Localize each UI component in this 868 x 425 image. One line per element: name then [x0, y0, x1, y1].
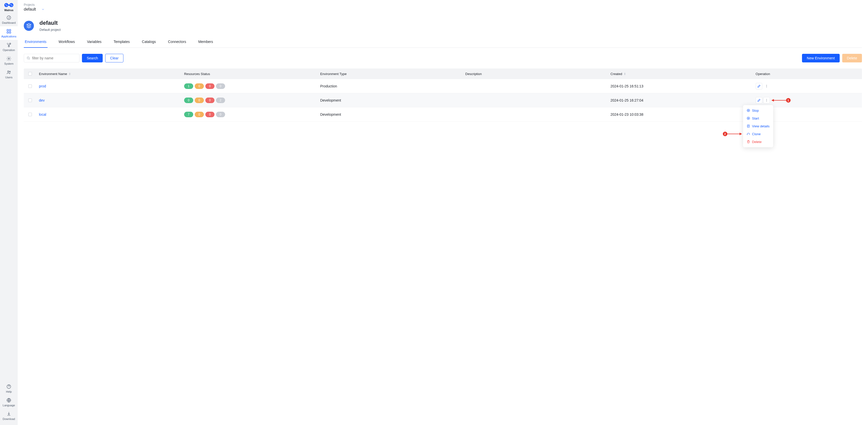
sidebar-item-language[interactable]: Language: [0, 395, 18, 409]
play-icon: [747, 117, 750, 120]
col-description: Description: [463, 72, 608, 76]
badge-ready: 0: [184, 98, 193, 103]
environment-link[interactable]: dev: [39, 98, 45, 102]
page-title: default: [39, 20, 61, 26]
svg-rect-1: [7, 30, 9, 31]
environment-link[interactable]: local: [39, 112, 46, 117]
delete-button[interactable]: Delete: [842, 54, 862, 62]
sort-icon: ▲▼: [624, 72, 626, 75]
svg-point-16: [766, 87, 767, 88]
col-resources: Resources Status: [182, 72, 318, 76]
row-actions-menu: Stop Start View details Clone Delete: [743, 105, 773, 147]
cell-created: 2024-01-25 16:27:04: [608, 98, 753, 102]
badge-error: 0: [205, 84, 214, 89]
edit-button[interactable]: [756, 97, 762, 104]
clear-button[interactable]: Clear: [105, 54, 123, 62]
cloud-icon: [747, 132, 750, 136]
edit-button[interactable]: [756, 83, 762, 90]
col-created[interactable]: Created ▲▼: [608, 72, 753, 76]
sidebar-item-download[interactable]: Download: [0, 409, 18, 422]
breadcrumb[interactable]: Projects: [24, 0, 862, 7]
brand-name: Walrus: [4, 9, 13, 12]
gear-icon: [6, 56, 11, 61]
tab-workflows[interactable]: Workflows: [58, 40, 76, 48]
menu-start[interactable]: Start: [743, 115, 773, 122]
status-badges: 1 0 0 0: [184, 84, 225, 89]
sidebar-item-help[interactable]: Help: [0, 382, 18, 395]
stop-icon: [747, 109, 750, 112]
toolbar: Search Clear New Environment Delete: [24, 54, 862, 62]
badge-ready: 7: [184, 112, 193, 117]
badge-idle: 0: [216, 112, 225, 117]
sidebar-item-users[interactable]: Users: [0, 67, 18, 81]
tab-connectors[interactable]: Connectors: [167, 40, 187, 48]
svg-point-15: [766, 86, 767, 87]
menu-view-details[interactable]: View details: [743, 122, 773, 130]
users-icon: [6, 70, 11, 75]
download-icon: [6, 411, 11, 416]
row-checkbox[interactable]: [28, 85, 32, 88]
col-name[interactable]: Environment Name ▲▼: [36, 72, 182, 76]
globe-icon: [6, 398, 11, 403]
filter-input-wrap[interactable]: [24, 54, 80, 62]
project-header: default Default project: [24, 20, 862, 32]
tab-bar: Environments Workflows Variables Templat…: [24, 40, 862, 48]
col-operation: Operation: [753, 72, 862, 76]
pencil-icon: [757, 99, 761, 102]
menu-delete[interactable]: Delete: [743, 138, 773, 146]
brand-logo: Walrus: [0, 0, 18, 13]
project-switcher[interactable]: default: [24, 7, 862, 12]
row-checkbox[interactable]: [28, 113, 32, 116]
search-icon: [27, 56, 30, 60]
tab-catalogs[interactable]: Catalogs: [141, 40, 157, 48]
tab-variables[interactable]: Variables: [86, 40, 102, 48]
gauge-icon: [6, 15, 11, 20]
tab-members[interactable]: Members: [197, 40, 214, 48]
svg-point-9: [8, 71, 9, 72]
environment-link[interactable]: prod: [39, 84, 46, 88]
search-button[interactable]: Search: [82, 54, 103, 62]
svg-point-23: [747, 109, 750, 112]
badge-warn: 0: [195, 98, 204, 103]
operation-icon: [6, 42, 11, 47]
pencil-icon: [757, 85, 761, 88]
sort-icon: ▲▼: [68, 72, 71, 75]
filter-input[interactable]: [32, 56, 76, 60]
svg-rect-24: [748, 110, 749, 111]
badge-idle: 0: [216, 84, 225, 89]
menu-stop[interactable]: Stop: [743, 107, 773, 115]
new-environment-button[interactable]: New Environment: [802, 54, 840, 62]
sidebar-item-dashboard[interactable]: Dashboard: [0, 13, 18, 26]
badge-warn: 0: [195, 84, 204, 89]
cell-created: 2024-01-25 16:51:13: [608, 84, 753, 88]
svg-rect-2: [9, 30, 11, 31]
svg-point-25: [747, 117, 750, 120]
svg-point-19: [766, 101, 767, 102]
more-actions-button[interactable]: [763, 83, 770, 90]
project-avatar-icon: [24, 21, 34, 31]
more-actions-button[interactable]: [763, 97, 770, 104]
trash-icon: [747, 140, 750, 143]
sidebar-item-applications[interactable]: Applications: [0, 26, 18, 40]
svg-rect-3: [7, 32, 9, 33]
cell-type: Development: [318, 98, 463, 102]
sidebar-item-system[interactable]: System: [0, 54, 18, 67]
svg-point-14: [766, 85, 767, 85]
main-content: Projects default default Default project…: [18, 0, 868, 425]
menu-clone[interactable]: Clone: [743, 130, 773, 138]
badge-ready: 1: [184, 84, 193, 89]
badge-idle: 2: [216, 98, 225, 103]
chevron-down-icon: [41, 8, 44, 11]
svg-point-13: [27, 57, 29, 59]
svg-point-10: [9, 71, 10, 72]
tab-environments[interactable]: Environments: [24, 40, 48, 48]
sidebar-item-operation[interactable]: Operation: [0, 40, 18, 54]
select-all-checkbox[interactable]: [28, 72, 32, 75]
help-icon: [6, 384, 11, 389]
sidebar: Walrus Dashboard Applications Operation …: [0, 0, 18, 425]
dots-vertical-icon: [765, 99, 768, 102]
svg-point-8: [8, 58, 10, 59]
svg-point-18: [766, 100, 767, 101]
tab-templates[interactable]: Templates: [113, 40, 131, 48]
row-checkbox[interactable]: [28, 99, 32, 102]
